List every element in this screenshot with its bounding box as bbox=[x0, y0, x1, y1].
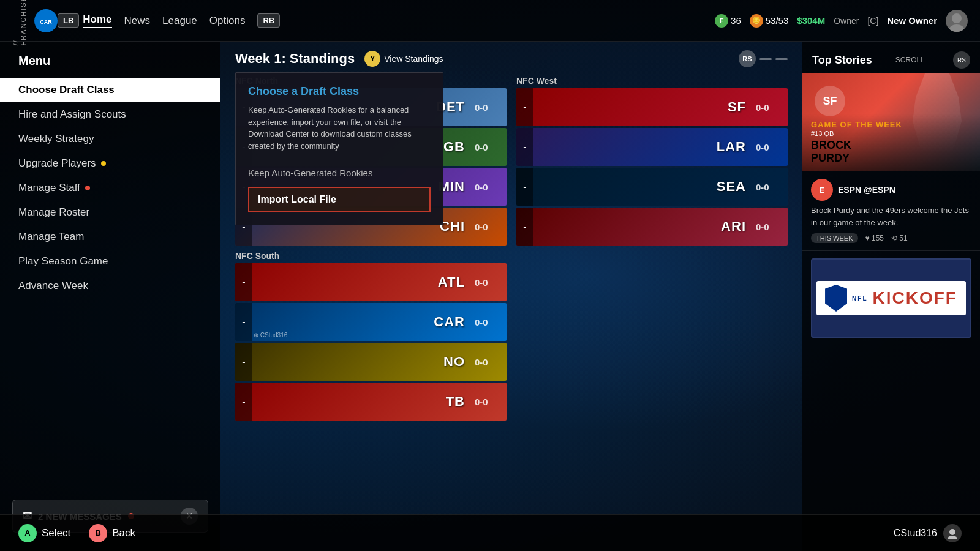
rs-line bbox=[760, 58, 772, 60]
draft-option-import[interactable]: Import Local File bbox=[248, 187, 431, 212]
team-minus-sf[interactable]: - bbox=[516, 88, 533, 126]
team-logo-bg-ari: ARI 0-0 bbox=[533, 208, 788, 246]
team-abbr-gb: GB bbox=[443, 139, 465, 155]
sidebar-item-advance-week[interactable]: Advance Week bbox=[0, 274, 221, 298]
rb-button[interactable]: RB bbox=[257, 13, 280, 28]
nav-home[interactable]: Home bbox=[83, 13, 111, 28]
team-minus-ari[interactable]: - bbox=[516, 208, 533, 246]
team-record-chi: 0-0 bbox=[475, 222, 499, 232]
nav-news[interactable]: News bbox=[124, 15, 151, 27]
espn-text: Brock Purdy and the 49ers welcome the Je… bbox=[811, 204, 971, 228]
team-minus-sea[interactable]: - bbox=[516, 168, 533, 206]
team-abbr-chi: CHI bbox=[440, 219, 465, 234]
manage-staff-dot bbox=[85, 186, 90, 190]
nfl-kickoff-card[interactable]: NFL KICKOFF bbox=[811, 258, 971, 338]
nfl-shield-icon bbox=[825, 285, 847, 312]
bottom-bar: A Select B Back CStud316 bbox=[0, 514, 980, 551]
draft-popup-title: Choose a Draft Class bbox=[248, 85, 431, 98]
team-record-tb: 0-0 bbox=[475, 397, 499, 407]
team-record-det: 0-0 bbox=[475, 102, 499, 113]
coins-icon: 🪙 bbox=[750, 14, 763, 28]
center-panel: Week 1: Standings Y View Standings RS Ch… bbox=[221, 42, 802, 551]
team-minus-no[interactable]: - bbox=[235, 343, 252, 381]
upgrade-players-dot bbox=[101, 161, 106, 166]
y-button-icon: Y bbox=[364, 51, 380, 67]
nav-league[interactable]: League bbox=[162, 15, 197, 27]
espn-meta: THIS WEEK ♥ 155 ⟲ 51 bbox=[811, 233, 971, 243]
team-record-sea: 0-0 bbox=[756, 182, 780, 192]
sidebar-item-manage-roster[interactable]: Manage Roster bbox=[0, 200, 221, 225]
back-button-group[interactable]: B Back bbox=[89, 524, 135, 542]
espn-card: E ESPN @ESPN Brock Purdy and the 49ers w… bbox=[802, 171, 980, 251]
top-stories-title: Top Stories bbox=[812, 54, 872, 67]
sidebar-item-manage-staff[interactable]: Manage Staff bbox=[0, 176, 221, 200]
kickoff-text: KICKOFF bbox=[873, 288, 957, 308]
nfl-text: NFL bbox=[852, 295, 867, 302]
team-minus-lar[interactable]: - bbox=[516, 128, 533, 166]
franchise-label: // FRANCHISE bbox=[12, 0, 27, 45]
team-row-car: - CAR 0-0 ⊕ CStud316 bbox=[235, 303, 507, 341]
team-record-ari: 0-0 bbox=[756, 222, 780, 232]
select-button-group[interactable]: A Select bbox=[18, 524, 70, 542]
standings-header: Week 1: Standings Y View Standings RS bbox=[221, 42, 802, 76]
team-abbr-car: CAR bbox=[434, 314, 465, 330]
team-logo-bg-atl: ATL 0-0 bbox=[252, 263, 507, 301]
sidebar: Menu Choose Draft Class Hire and Assign … bbox=[0, 42, 221, 551]
team-record-min: 0-0 bbox=[475, 182, 499, 192]
lb-button[interactable]: LB bbox=[58, 13, 79, 28]
main-layout: Menu Choose Draft Class Hire and Assign … bbox=[0, 42, 980, 551]
topbar: // FRANCHISE CAR LB Home News League Opt… bbox=[0, 0, 980, 42]
story-image[interactable]: SF GAME OF THE WEEK #13 QB BROCKPURDY bbox=[802, 73, 980, 171]
rs-indicators: RS bbox=[739, 50, 788, 67]
team-row-ari: - ARI 0-0 bbox=[516, 208, 788, 246]
team-record-car: 0-0 bbox=[475, 317, 499, 328]
team-abbr-sea: SEA bbox=[717, 179, 746, 195]
sidebar-item-manage-team[interactable]: Manage Team bbox=[0, 225, 221, 249]
retweets-stat: ⟲ 51 bbox=[891, 234, 908, 242]
team-abbr-no: NO bbox=[443, 354, 465, 370]
sidebar-item-play-season-game[interactable]: Play Season Game bbox=[0, 249, 221, 274]
division-nfc-south-label: NFC South bbox=[235, 251, 507, 261]
team-abbr-atl: ATL bbox=[438, 274, 465, 290]
team-minus-car[interactable]: - bbox=[235, 303, 252, 341]
nav-options[interactable]: Options bbox=[209, 15, 246, 27]
view-standings-button[interactable]: Y View Standings bbox=[364, 51, 443, 67]
fg-currency: F 36 bbox=[715, 14, 741, 28]
team-logo-bg-sf: SF 0-0 bbox=[533, 88, 788, 126]
division-nfc-west-label: NFC West bbox=[516, 76, 788, 86]
team-minus-tb[interactable]: - bbox=[235, 383, 252, 421]
gotw-label: GAME OF THE WEEK bbox=[811, 120, 971, 129]
division-nfc-west: NFC West - SF 0-0 - LAR 0-0 - bbox=[516, 76, 788, 247]
scroll-label: SCROLL bbox=[895, 56, 925, 64]
sidebar-item-upgrade-players[interactable]: Upgrade Players bbox=[0, 151, 221, 176]
team-abbr-ari: ARI bbox=[721, 219, 746, 234]
owner-name: New Owner bbox=[887, 15, 937, 26]
nfl-logo-container: NFL KICKOFF bbox=[816, 281, 966, 315]
player-name: BROCKPURDY bbox=[811, 139, 971, 165]
team-row-tb: - TB 0-0 bbox=[235, 383, 507, 421]
topbar-right: F 36 🪙 53/53 $304M Owner [C] New Owner bbox=[715, 10, 968, 32]
team-logo-bg-car: CAR 0-0 bbox=[252, 303, 507, 341]
team-abbr-sf: SF bbox=[728, 99, 746, 115]
likes-stat: ♥ 155 bbox=[865, 234, 884, 242]
money-display: $304M bbox=[797, 15, 825, 26]
sidebar-item-weekly-strategy[interactable]: Weekly Strategy bbox=[0, 127, 221, 151]
back-label: Back bbox=[112, 527, 135, 539]
team-logo-bg-tb: TB 0-0 bbox=[252, 383, 507, 421]
player-position: #13 QB bbox=[811, 129, 971, 138]
owner-bracket: [C] bbox=[867, 16, 878, 26]
team-logo-bg-sea: SEA 0-0 bbox=[533, 168, 788, 206]
sidebar-item-choose-draft-class[interactable]: Choose Draft Class bbox=[0, 78, 221, 102]
b-button-icon: B bbox=[89, 524, 107, 542]
team-abbr-tb: TB bbox=[446, 394, 465, 410]
rs-dot: RS bbox=[739, 50, 756, 67]
fg-icon: F bbox=[715, 14, 728, 28]
svg-point-2 bbox=[952, 13, 962, 23]
gamertag: CStud316 bbox=[894, 528, 937, 539]
sidebar-item-hire-scouts[interactable]: Hire and Assign Scouts bbox=[0, 102, 221, 127]
draft-option-auto[interactable]: Keep Auto-Generated Rookies bbox=[248, 163, 431, 183]
select-label: Select bbox=[42, 527, 70, 539]
profile-icon bbox=[943, 524, 962, 542]
team-minus-atl[interactable]: - bbox=[235, 263, 252, 301]
standings-title: Week 1: Standings bbox=[235, 51, 355, 67]
